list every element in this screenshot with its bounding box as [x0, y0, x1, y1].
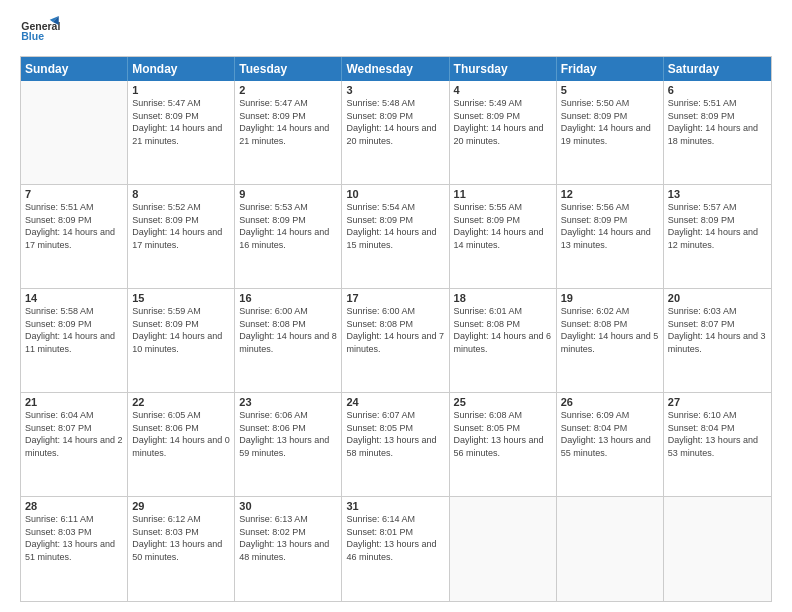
day-info: Sunrise: 6:12 AMSunset: 8:03 PMDaylight:… [132, 513, 230, 563]
header-day-wednesday: Wednesday [342, 57, 449, 81]
day-number: 20 [668, 292, 767, 304]
day-info: Sunrise: 5:55 AMSunset: 8:09 PMDaylight:… [454, 201, 552, 251]
day-info: Sunrise: 6:05 AMSunset: 8:06 PMDaylight:… [132, 409, 230, 459]
day-info: Sunrise: 5:47 AMSunset: 8:09 PMDaylight:… [239, 97, 337, 147]
day-info: Sunrise: 5:56 AMSunset: 8:09 PMDaylight:… [561, 201, 659, 251]
day-info: Sunrise: 6:11 AMSunset: 8:03 PMDaylight:… [25, 513, 123, 563]
day-info: Sunrise: 5:59 AMSunset: 8:09 PMDaylight:… [132, 305, 230, 355]
header-day-sunday: Sunday [21, 57, 128, 81]
day-number: 27 [668, 396, 767, 408]
day-number: 4 [454, 84, 552, 96]
day-info: Sunrise: 6:01 AMSunset: 8:08 PMDaylight:… [454, 305, 552, 355]
day-info: Sunrise: 6:10 AMSunset: 8:04 PMDaylight:… [668, 409, 767, 459]
day-info: Sunrise: 5:53 AMSunset: 8:09 PMDaylight:… [239, 201, 337, 251]
day-info: Sunrise: 6:14 AMSunset: 8:01 PMDaylight:… [346, 513, 444, 563]
calendar-cell: 12Sunrise: 5:56 AMSunset: 8:09 PMDayligh… [557, 185, 664, 288]
calendar-cell: 23Sunrise: 6:06 AMSunset: 8:06 PMDayligh… [235, 393, 342, 496]
calendar-row-1: 1Sunrise: 5:47 AMSunset: 8:09 PMDaylight… [21, 81, 771, 185]
calendar-cell: 30Sunrise: 6:13 AMSunset: 8:02 PMDayligh… [235, 497, 342, 601]
day-number: 7 [25, 188, 123, 200]
day-number: 18 [454, 292, 552, 304]
day-info: Sunrise: 6:06 AMSunset: 8:06 PMDaylight:… [239, 409, 337, 459]
svg-text:Blue: Blue [21, 30, 44, 42]
day-number: 25 [454, 396, 552, 408]
calendar-cell: 9Sunrise: 5:53 AMSunset: 8:09 PMDaylight… [235, 185, 342, 288]
calendar-cell [664, 497, 771, 601]
calendar-row-4: 21Sunrise: 6:04 AMSunset: 8:07 PMDayligh… [21, 393, 771, 497]
day-info: Sunrise: 6:03 AMSunset: 8:07 PMDaylight:… [668, 305, 767, 355]
calendar-cell: 19Sunrise: 6:02 AMSunset: 8:08 PMDayligh… [557, 289, 664, 392]
calendar-cell: 21Sunrise: 6:04 AMSunset: 8:07 PMDayligh… [21, 393, 128, 496]
calendar-cell: 22Sunrise: 6:05 AMSunset: 8:06 PMDayligh… [128, 393, 235, 496]
calendar-row-2: 7Sunrise: 5:51 AMSunset: 8:09 PMDaylight… [21, 185, 771, 289]
day-number: 13 [668, 188, 767, 200]
calendar-cell: 17Sunrise: 6:00 AMSunset: 8:08 PMDayligh… [342, 289, 449, 392]
calendar-cell: 13Sunrise: 5:57 AMSunset: 8:09 PMDayligh… [664, 185, 771, 288]
header-day-thursday: Thursday [450, 57, 557, 81]
day-info: Sunrise: 6:00 AMSunset: 8:08 PMDaylight:… [346, 305, 444, 355]
calendar-cell: 1Sunrise: 5:47 AMSunset: 8:09 PMDaylight… [128, 81, 235, 184]
day-info: Sunrise: 6:02 AMSunset: 8:08 PMDaylight:… [561, 305, 659, 355]
page: General Blue SundayMondayTuesdayWednesda… [0, 0, 792, 612]
day-number: 10 [346, 188, 444, 200]
day-info: Sunrise: 6:13 AMSunset: 8:02 PMDaylight:… [239, 513, 337, 563]
day-number: 3 [346, 84, 444, 96]
calendar-cell: 6Sunrise: 5:51 AMSunset: 8:09 PMDaylight… [664, 81, 771, 184]
day-info: Sunrise: 5:52 AMSunset: 8:09 PMDaylight:… [132, 201, 230, 251]
day-number: 14 [25, 292, 123, 304]
day-number: 26 [561, 396, 659, 408]
day-info: Sunrise: 5:50 AMSunset: 8:09 PMDaylight:… [561, 97, 659, 147]
header-day-saturday: Saturday [664, 57, 771, 81]
day-number: 31 [346, 500, 444, 512]
logo-icon: General Blue [20, 16, 60, 46]
day-number: 2 [239, 84, 337, 96]
day-number: 19 [561, 292, 659, 304]
calendar-row-3: 14Sunrise: 5:58 AMSunset: 8:09 PMDayligh… [21, 289, 771, 393]
calendar-cell: 10Sunrise: 5:54 AMSunset: 8:09 PMDayligh… [342, 185, 449, 288]
calendar-cell: 20Sunrise: 6:03 AMSunset: 8:07 PMDayligh… [664, 289, 771, 392]
day-info: Sunrise: 6:07 AMSunset: 8:05 PMDaylight:… [346, 409, 444, 459]
day-info: Sunrise: 5:54 AMSunset: 8:09 PMDaylight:… [346, 201, 444, 251]
day-number: 15 [132, 292, 230, 304]
day-number: 28 [25, 500, 123, 512]
calendar-header: SundayMondayTuesdayWednesdayThursdayFrid… [21, 57, 771, 81]
day-number: 11 [454, 188, 552, 200]
calendar-row-5: 28Sunrise: 6:11 AMSunset: 8:03 PMDayligh… [21, 497, 771, 601]
day-info: Sunrise: 6:00 AMSunset: 8:08 PMDaylight:… [239, 305, 337, 355]
calendar-cell: 11Sunrise: 5:55 AMSunset: 8:09 PMDayligh… [450, 185, 557, 288]
day-number: 23 [239, 396, 337, 408]
calendar-cell: 8Sunrise: 5:52 AMSunset: 8:09 PMDaylight… [128, 185, 235, 288]
day-number: 30 [239, 500, 337, 512]
day-number: 21 [25, 396, 123, 408]
day-number: 1 [132, 84, 230, 96]
day-info: Sunrise: 5:47 AMSunset: 8:09 PMDaylight:… [132, 97, 230, 147]
logo: General Blue [20, 16, 60, 46]
header-day-tuesday: Tuesday [235, 57, 342, 81]
day-number: 24 [346, 396, 444, 408]
calendar-cell: 28Sunrise: 6:11 AMSunset: 8:03 PMDayligh… [21, 497, 128, 601]
day-info: Sunrise: 5:48 AMSunset: 8:09 PMDaylight:… [346, 97, 444, 147]
day-number: 17 [346, 292, 444, 304]
calendar-cell [21, 81, 128, 184]
day-info: Sunrise: 5:57 AMSunset: 8:09 PMDaylight:… [668, 201, 767, 251]
day-number: 9 [239, 188, 337, 200]
calendar-body: 1Sunrise: 5:47 AMSunset: 8:09 PMDaylight… [21, 81, 771, 601]
day-info: Sunrise: 6:09 AMSunset: 8:04 PMDaylight:… [561, 409, 659, 459]
calendar-cell: 14Sunrise: 5:58 AMSunset: 8:09 PMDayligh… [21, 289, 128, 392]
day-number: 5 [561, 84, 659, 96]
header-day-friday: Friday [557, 57, 664, 81]
header-day-monday: Monday [128, 57, 235, 81]
calendar-cell [557, 497, 664, 601]
calendar-cell: 31Sunrise: 6:14 AMSunset: 8:01 PMDayligh… [342, 497, 449, 601]
header: General Blue [20, 16, 772, 46]
calendar-cell: 25Sunrise: 6:08 AMSunset: 8:05 PMDayligh… [450, 393, 557, 496]
calendar-cell: 24Sunrise: 6:07 AMSunset: 8:05 PMDayligh… [342, 393, 449, 496]
calendar-cell: 29Sunrise: 6:12 AMSunset: 8:03 PMDayligh… [128, 497, 235, 601]
calendar: SundayMondayTuesdayWednesdayThursdayFrid… [20, 56, 772, 602]
calendar-cell: 15Sunrise: 5:59 AMSunset: 8:09 PMDayligh… [128, 289, 235, 392]
day-info: Sunrise: 5:58 AMSunset: 8:09 PMDaylight:… [25, 305, 123, 355]
calendar-cell: 27Sunrise: 6:10 AMSunset: 8:04 PMDayligh… [664, 393, 771, 496]
day-info: Sunrise: 6:08 AMSunset: 8:05 PMDaylight:… [454, 409, 552, 459]
day-info: Sunrise: 5:49 AMSunset: 8:09 PMDaylight:… [454, 97, 552, 147]
day-number: 12 [561, 188, 659, 200]
